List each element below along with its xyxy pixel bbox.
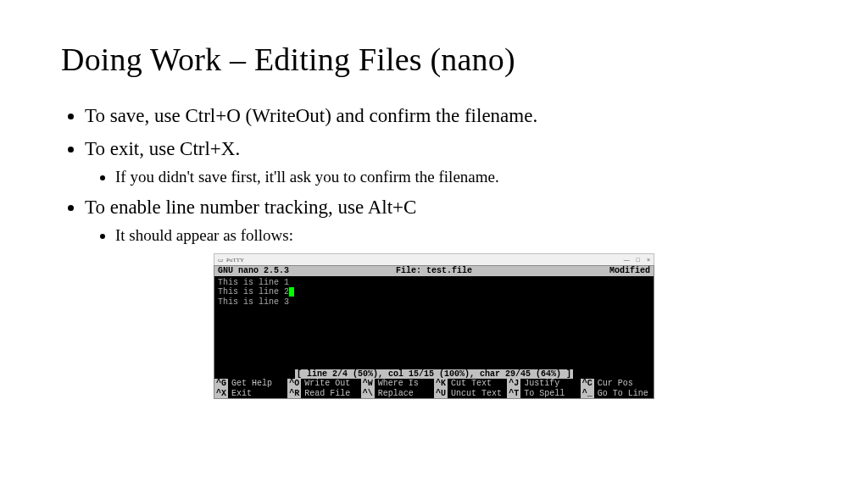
maximize-icon: □ xyxy=(637,257,640,263)
sub-bullet-item: It should appear as follows: xyxy=(115,224,807,247)
sub-bullet-list: If you didn't save first, it'll ask you … xyxy=(85,165,807,189)
shortcut-label: Uncut Text xyxy=(448,389,502,399)
shortcut-label: Read File xyxy=(301,389,350,399)
sub-bullet-list: It should appear as follows: xyxy=(85,224,807,247)
shortcut-key: ^K xyxy=(434,379,448,389)
shortcut-get-help: ^GGet Help xyxy=(214,379,287,389)
shortcut-cut-text: ^KCut Text xyxy=(434,379,507,389)
bullet-item: To exit, use Ctrl+X. If you didn't save … xyxy=(85,135,807,188)
bullet-item: To enable line number tracking, use Alt+… xyxy=(85,193,807,247)
shortcut-key: ^T xyxy=(507,389,520,399)
window-titlebar: ▭ PuTTY — □ × xyxy=(214,253,654,265)
bullet-list: To save, use Ctrl+O (WriteOut) and confi… xyxy=(61,102,807,247)
shortcut-to-spell: ^TTo Spell xyxy=(507,389,580,399)
bullet-item: To save, use Ctrl+O (WriteOut) and confi… xyxy=(85,102,807,130)
nano-buffer: This is line 1 This is line 2 This is li… xyxy=(214,276,654,369)
buffer-line: This is line 3 xyxy=(218,297,650,308)
bullet-text: To enable line number tracking, use Alt+… xyxy=(85,197,416,218)
shortcut-where-is: ^WWhere Is xyxy=(361,379,434,389)
shortcut-label: Write Out xyxy=(301,379,350,389)
shortcut-key: ^\ xyxy=(361,389,375,399)
shortcut-go-to-line: ^_Go To Line xyxy=(581,389,654,399)
nano-shortcuts: ^GGet Help ^OWrite Out ^WWhere Is ^KCut … xyxy=(214,379,654,398)
nano-header: GNU nano 2.5.3 File: test.file Modified xyxy=(214,266,654,276)
shortcut-key: ^C xyxy=(581,379,594,389)
shortcut-label: Exit xyxy=(228,389,252,399)
nano-status-text: [ line 2/4 (50%), col 15/15 (100%), char… xyxy=(295,369,573,379)
terminal-screenshot: ▭ PuTTY — □ × GNU nano 2.5.3 File: test.… xyxy=(214,253,654,399)
shortcut-label: Replace xyxy=(375,389,414,399)
buffer-line: This is line 1 xyxy=(218,278,650,288)
nano-version: GNU nano 2.5.3 xyxy=(218,266,289,276)
shortcut-exit: ^XExit xyxy=(214,389,287,399)
shortcut-write-out: ^OWrite Out xyxy=(287,379,360,389)
cursor xyxy=(289,287,294,297)
shortcut-cur-pos: ^CCur Pos xyxy=(581,379,654,389)
terminal: GNU nano 2.5.3 File: test.file Modified … xyxy=(214,265,654,399)
shortcut-label: Get Help xyxy=(228,379,272,389)
shortcut-label: To Spell xyxy=(520,389,565,399)
slide-title: Doing Work – Editing Files (nano) xyxy=(61,41,807,78)
shortcut-label: Cut Text xyxy=(448,379,492,389)
shortcut-label: Cur Pos xyxy=(594,379,633,389)
shortcut-replace: ^\Replace xyxy=(361,389,434,399)
minimize-icon: — xyxy=(624,257,630,263)
shortcut-key: ^R xyxy=(287,389,301,399)
shortcut-uncut-text: ^UUncut Text xyxy=(434,389,507,399)
shortcut-read-file: ^RRead File xyxy=(287,389,360,399)
shortcut-justify: ^JJustify xyxy=(507,379,580,389)
nano-modified: Modified xyxy=(609,266,650,276)
shortcut-key: ^X xyxy=(214,389,228,399)
bullet-text: To exit, use Ctrl+X. xyxy=(85,138,240,159)
shortcut-label: Justify xyxy=(520,379,559,389)
shortcut-key: ^J xyxy=(507,379,520,389)
shortcut-key: ^W xyxy=(361,379,375,389)
buffer-line-text: This is line 2 xyxy=(218,287,289,297)
shortcut-label: Go To Line xyxy=(594,389,648,399)
window-title: PuTTY xyxy=(226,257,244,263)
shortcut-key: ^G xyxy=(214,379,228,389)
shortcut-label: Where Is xyxy=(375,379,419,389)
shortcut-key: ^_ xyxy=(581,389,594,399)
nano-file-label: File: test.file xyxy=(396,266,472,276)
slide: Doing Work – Editing Files (nano) To sav… xyxy=(0,0,868,488)
shortcut-key: ^O xyxy=(287,379,301,389)
sub-bullet-item: If you didn't save first, it'll ask you … xyxy=(115,165,807,189)
shortcut-key: ^U xyxy=(434,389,448,399)
putty-icon: ▭ xyxy=(218,257,224,263)
buffer-line: This is line 2 xyxy=(218,287,650,297)
nano-status-bar: [ line 2/4 (50%), col 15/15 (100%), char… xyxy=(214,369,654,380)
close-icon: × xyxy=(647,257,650,263)
